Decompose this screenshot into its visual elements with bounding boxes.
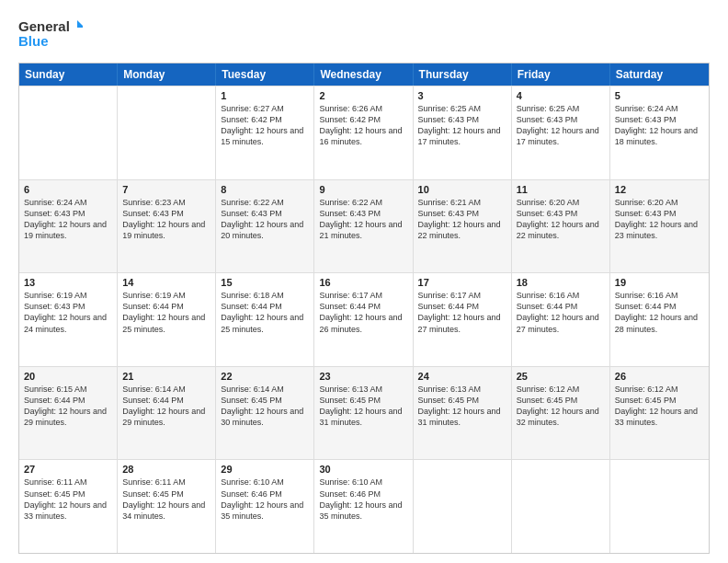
calendar-cell-27: 27Sunrise: 6:11 AMSunset: 6:45 PMDayligh…	[19, 460, 118, 553]
cell-day-number: 21	[122, 371, 210, 382]
calendar-cell-empty	[512, 460, 610, 553]
cell-info: Sunrise: 6:16 AMSunset: 6:44 PMDaylight:…	[615, 290, 704, 335]
calendar-cell-30: 30Sunrise: 6:10 AMSunset: 6:46 PMDayligh…	[314, 460, 413, 553]
cell-day-number: 15	[221, 277, 309, 288]
calendar-cell-28: 28Sunrise: 6:11 AMSunset: 6:45 PMDayligh…	[118, 460, 216, 553]
cell-info: Sunrise: 6:25 AMSunset: 6:43 PMDaylight:…	[517, 103, 605, 148]
cell-day-number: 30	[319, 464, 407, 475]
calendar-cell-13: 13Sunrise: 6:19 AMSunset: 6:43 PMDayligh…	[19, 273, 118, 366]
cell-info: Sunrise: 6:18 AMSunset: 6:44 PMDaylight:…	[221, 290, 309, 335]
calendar-cell-24: 24Sunrise: 6:13 AMSunset: 6:45 PMDayligh…	[414, 367, 512, 460]
calendar-cell-26: 26Sunrise: 6:12 AMSunset: 6:45 PMDayligh…	[610, 367, 709, 460]
calendar-cell-empty	[118, 86, 216, 179]
calendar-row-4: 20Sunrise: 6:15 AMSunset: 6:44 PMDayligh…	[19, 366, 709, 460]
calendar-cell-empty	[414, 460, 512, 553]
calendar-cell-10: 10Sunrise: 6:21 AMSunset: 6:43 PMDayligh…	[414, 180, 512, 273]
cell-day-number: 13	[24, 277, 112, 288]
cell-info: Sunrise: 6:25 AMSunset: 6:43 PMDaylight:…	[418, 103, 506, 148]
header: General Blue	[18, 17, 710, 53]
cell-day-number: 7	[122, 184, 210, 195]
calendar-cell-12: 12Sunrise: 6:20 AMSunset: 6:43 PMDayligh…	[610, 180, 709, 273]
cell-day-number: 14	[122, 277, 210, 288]
cell-info: Sunrise: 6:26 AMSunset: 6:42 PMDaylight:…	[319, 103, 407, 148]
calendar-row-1: 1Sunrise: 6:27 AMSunset: 6:42 PMDaylight…	[19, 86, 709, 179]
svg-text:General: General	[18, 18, 70, 34]
cell-info: Sunrise: 6:14 AMSunset: 6:45 PMDaylight:…	[221, 384, 309, 429]
cell-info: Sunrise: 6:16 AMSunset: 6:44 PMDaylight:…	[517, 290, 605, 335]
calendar-cell-25: 25Sunrise: 6:12 AMSunset: 6:45 PMDayligh…	[512, 367, 610, 460]
calendar-cell-8: 8Sunrise: 6:22 AMSunset: 6:43 PMDaylight…	[216, 180, 314, 273]
cell-day-number: 5	[615, 90, 704, 101]
calendar-cell-5: 5Sunrise: 6:24 AMSunset: 6:43 PMDaylight…	[610, 86, 709, 179]
calendar-cell-1: 1Sunrise: 6:27 AMSunset: 6:42 PMDaylight…	[216, 86, 314, 179]
cell-day-number: 27	[24, 464, 112, 475]
cell-info: Sunrise: 6:17 AMSunset: 6:44 PMDaylight:…	[319, 290, 407, 335]
cell-info: Sunrise: 6:11 AMSunset: 6:45 PMDaylight:…	[122, 477, 210, 522]
cell-day-number: 28	[122, 464, 210, 475]
cell-info: Sunrise: 6:27 AMSunset: 6:42 PMDaylight:…	[221, 103, 309, 148]
logo: General Blue	[18, 17, 83, 53]
cell-info: Sunrise: 6:15 AMSunset: 6:44 PMDaylight:…	[24, 384, 112, 429]
cell-info: Sunrise: 6:12 AMSunset: 6:45 PMDaylight:…	[517, 384, 605, 429]
calendar-cell-29: 29Sunrise: 6:10 AMSunset: 6:46 PMDayligh…	[216, 460, 314, 553]
calendar-row-3: 13Sunrise: 6:19 AMSunset: 6:43 PMDayligh…	[19, 272, 709, 366]
cell-info: Sunrise: 6:22 AMSunset: 6:43 PMDaylight:…	[221, 197, 309, 242]
calendar-cell-14: 14Sunrise: 6:19 AMSunset: 6:44 PMDayligh…	[118, 273, 216, 366]
weekday-header-saturday: Saturday	[610, 63, 709, 86]
weekday-header-tuesday: Tuesday	[216, 63, 314, 86]
calendar-header: SundayMondayTuesdayWednesdayThursdayFrid…	[19, 63, 709, 86]
cell-info: Sunrise: 6:21 AMSunset: 6:43 PMDaylight:…	[418, 197, 506, 242]
calendar-cell-16: 16Sunrise: 6:17 AMSunset: 6:44 PMDayligh…	[314, 273, 413, 366]
cell-day-number: 9	[319, 184, 407, 195]
calendar-cell-15: 15Sunrise: 6:18 AMSunset: 6:44 PMDayligh…	[216, 273, 314, 366]
cell-day-number: 18	[517, 277, 605, 288]
page: General Blue SundayMondayTuesdayWednesda…	[0, 0, 728, 563]
cell-day-number: 6	[24, 184, 112, 195]
cell-day-number: 23	[319, 371, 407, 382]
calendar-cell-3: 3Sunrise: 6:25 AMSunset: 6:43 PMDaylight…	[414, 86, 512, 179]
cell-day-number: 26	[615, 371, 704, 382]
calendar-cell-empty	[19, 86, 118, 179]
cell-info: Sunrise: 6:17 AMSunset: 6:44 PMDaylight:…	[418, 290, 506, 335]
cell-day-number: 1	[221, 90, 309, 101]
cell-info: Sunrise: 6:13 AMSunset: 6:45 PMDaylight:…	[418, 384, 506, 429]
calendar-cell-9: 9Sunrise: 6:22 AMSunset: 6:43 PMDaylight…	[314, 180, 413, 273]
cell-info: Sunrise: 6:10 AMSunset: 6:46 PMDaylight:…	[221, 477, 309, 522]
calendar-body: 1Sunrise: 6:27 AMSunset: 6:42 PMDaylight…	[19, 86, 709, 553]
cell-day-number: 29	[221, 464, 309, 475]
weekday-header-monday: Monday	[118, 63, 216, 86]
weekday-header-friday: Friday	[512, 63, 610, 86]
cell-info: Sunrise: 6:24 AMSunset: 6:43 PMDaylight:…	[24, 197, 112, 242]
cell-day-number: 22	[221, 371, 309, 382]
cell-day-number: 8	[221, 184, 309, 195]
logo-svg: General Blue	[18, 17, 83, 53]
calendar-cell-17: 17Sunrise: 6:17 AMSunset: 6:44 PMDayligh…	[414, 273, 512, 366]
cell-day-number: 19	[615, 277, 704, 288]
cell-info: Sunrise: 6:10 AMSunset: 6:46 PMDaylight:…	[319, 477, 407, 522]
cell-day-number: 4	[517, 90, 605, 101]
calendar-cell-empty	[610, 460, 709, 553]
calendar-row-5: 27Sunrise: 6:11 AMSunset: 6:45 PMDayligh…	[19, 459, 709, 553]
calendar-cell-22: 22Sunrise: 6:14 AMSunset: 6:45 PMDayligh…	[216, 367, 314, 460]
calendar-cell-21: 21Sunrise: 6:14 AMSunset: 6:44 PMDayligh…	[118, 367, 216, 460]
cell-day-number: 24	[418, 371, 506, 382]
calendar: SundayMondayTuesdayWednesdayThursdayFrid…	[18, 63, 710, 554]
cell-info: Sunrise: 6:20 AMSunset: 6:43 PMDaylight:…	[615, 197, 704, 242]
cell-day-number: 12	[615, 184, 704, 195]
cell-info: Sunrise: 6:12 AMSunset: 6:45 PMDaylight:…	[615, 384, 704, 429]
weekday-header-thursday: Thursday	[414, 63, 512, 86]
calendar-cell-23: 23Sunrise: 6:13 AMSunset: 6:45 PMDayligh…	[314, 367, 413, 460]
calendar-cell-4: 4Sunrise: 6:25 AMSunset: 6:43 PMDaylight…	[512, 86, 610, 179]
cell-info: Sunrise: 6:23 AMSunset: 6:43 PMDaylight:…	[122, 197, 210, 242]
calendar-cell-7: 7Sunrise: 6:23 AMSunset: 6:43 PMDaylight…	[118, 180, 216, 273]
calendar-row-2: 6Sunrise: 6:24 AMSunset: 6:43 PMDaylight…	[19, 179, 709, 273]
cell-day-number: 17	[418, 277, 506, 288]
cell-day-number: 20	[24, 371, 112, 382]
cell-day-number: 16	[319, 277, 407, 288]
cell-info: Sunrise: 6:11 AMSunset: 6:45 PMDaylight:…	[24, 477, 112, 522]
cell-info: Sunrise: 6:13 AMSunset: 6:45 PMDaylight:…	[319, 384, 407, 429]
calendar-cell-18: 18Sunrise: 6:16 AMSunset: 6:44 PMDayligh…	[512, 273, 610, 366]
svg-text:Blue: Blue	[18, 33, 49, 49]
cell-info: Sunrise: 6:14 AMSunset: 6:44 PMDaylight:…	[122, 384, 210, 429]
cell-info: Sunrise: 6:19 AMSunset: 6:44 PMDaylight:…	[122, 290, 210, 335]
